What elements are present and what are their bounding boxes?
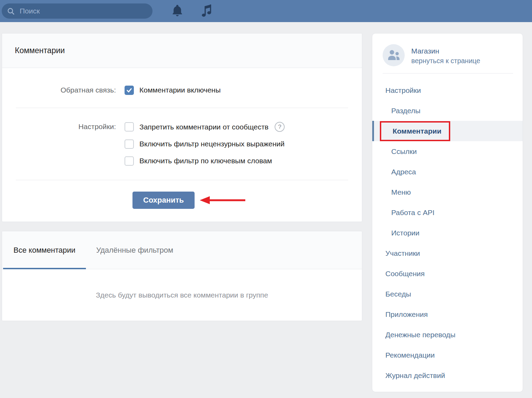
sidebar-item-stories[interactable]: Истории xyxy=(372,223,523,243)
sidebar-item-label: Участники xyxy=(385,249,420,258)
sidebar-item-api[interactable]: Работа с API xyxy=(372,202,523,223)
community-name[interactable]: Магазин xyxy=(411,46,480,56)
sidebar-item-label: Настройки xyxy=(385,86,421,95)
sidebar-item-addresses[interactable]: Адреса xyxy=(372,162,523,182)
comments-enabled-checkbox[interactable] xyxy=(125,86,134,95)
sidebar-item-chats[interactable]: Беседы xyxy=(372,284,523,304)
divider xyxy=(16,108,348,108)
sidebar-item-messages[interactable]: Сообщения xyxy=(372,263,523,284)
sidebar-item-label: Работа с API xyxy=(391,208,434,217)
sidebar-item-label: Комментарии xyxy=(393,127,441,135)
main-column: Комментарии Обратная связь: Комментарии … xyxy=(2,33,362,321)
music-button[interactable] xyxy=(201,4,212,18)
sidebar-item-label: Меню xyxy=(391,188,411,196)
sidebar-item-label: Беседы xyxy=(385,290,411,298)
feedback-row: Обратная связь: Комментарии включены xyxy=(2,85,362,95)
sidebar-menu: НастройкиРазделыКомментарииСсылкиАдресаМ… xyxy=(372,80,523,386)
music-note-icon xyxy=(201,4,212,18)
comments-enabled-label[interactable]: Комментарии включены xyxy=(139,85,221,95)
sidebar-item-members[interactable]: Участники xyxy=(372,243,523,263)
checkmark-icon xyxy=(126,87,132,94)
sidebar-item-money-transfers[interactable]: Денежные переводы xyxy=(372,324,523,345)
sidebar-item-label: Рекомендации xyxy=(385,351,435,359)
settings-option-row[interactable]: Включить фильтр по ключевым словам xyxy=(125,156,285,166)
comments-settings-card: Комментарии Обратная связь: Комментарии … xyxy=(2,33,362,222)
option-label[interactable]: Включить фильтр по ключевым словам xyxy=(139,156,272,166)
sidebar: Магазин вернуться к странице НастройкиРа… xyxy=(372,33,523,392)
annotation-red-box: Комментарии xyxy=(380,121,450,141)
option-checkbox[interactable] xyxy=(125,122,134,132)
sidebar-item-label: Денежные переводы xyxy=(385,331,455,339)
red-arrow-icon xyxy=(200,195,245,205)
feedback-checkbox-row[interactable]: Комментарии включены xyxy=(125,85,221,95)
page-title: Комментарии xyxy=(15,46,65,55)
save-row: Сохранить xyxy=(132,192,362,209)
community-info: Магазин вернуться к странице xyxy=(411,44,480,66)
sidebar-item-sections[interactable]: Разделы xyxy=(372,100,523,121)
sidebar-item-label: Адреса xyxy=(391,168,416,176)
settings-option-row[interactable]: Включить фильтр нецензурных выражений xyxy=(125,139,285,149)
tab-all-comments[interactable]: Все комментарии xyxy=(3,231,86,269)
option-label[interactable]: Включить фильтр нецензурных выражений xyxy=(139,139,285,149)
notifications-button[interactable] xyxy=(172,4,183,18)
sidebar-item-action-log[interactable]: Журнал действий xyxy=(372,365,523,386)
feedback-label: Обратная связь: xyxy=(2,85,125,95)
option-label[interactable]: Запретить комментарии от сообществ xyxy=(139,122,268,132)
divider xyxy=(16,180,348,180)
topbar xyxy=(0,0,532,22)
sidebar-item-label: Журнал действий xyxy=(385,371,445,380)
search-input[interactable] xyxy=(19,7,147,16)
sidebar-item-settings[interactable]: Настройки xyxy=(372,80,523,100)
settings-label: Настройки: xyxy=(2,122,125,132)
community-profile: Магазин вернуться к странице xyxy=(372,44,523,66)
sidebar-item-apps[interactable]: Приложения xyxy=(372,304,523,324)
comments-empty-state: Здесь будут выводиться все комментарии в… xyxy=(2,269,362,321)
sidebar-item-links[interactable]: Ссылки xyxy=(372,141,523,162)
settings-option-row[interactable]: Запретить комментарии от сообществ? xyxy=(125,122,285,132)
empty-state-text: Здесь будут выводиться все комментарии в… xyxy=(96,291,268,299)
option-checkbox[interactable] xyxy=(125,156,134,166)
card-header: Комментарии xyxy=(2,33,362,68)
group-people-icon xyxy=(387,49,401,61)
back-to-page-link[interactable]: вернуться к странице xyxy=(411,56,480,66)
tab-deleted-by-filter[interactable]: Удалённые фильтром xyxy=(86,231,184,269)
sidebar-item-label: Истории xyxy=(391,229,420,237)
sidebar-item-label: Ссылки xyxy=(391,147,417,156)
sidebar-item-label: Сообщения xyxy=(385,270,425,278)
sidebar-item-menu[interactable]: Меню xyxy=(372,182,523,202)
comments-list-card: Все комментарииУдалённые фильтром Здесь … xyxy=(2,231,362,321)
annotation-arrow xyxy=(200,195,245,205)
comments-tabbar: Все комментарииУдалённые фильтром xyxy=(2,231,362,269)
save-button[interactable]: Сохранить xyxy=(132,192,195,209)
sidebar-item-label: Приложения xyxy=(385,310,428,319)
option-checkbox[interactable] xyxy=(125,139,134,149)
sidebar-item-label: Разделы xyxy=(391,107,421,115)
sidebar-item-comments[interactable]: Комментарии xyxy=(372,121,523,141)
settings-row: Настройки: Запретить комментарии от сооб… xyxy=(2,122,362,166)
search-icon xyxy=(7,8,14,15)
settings-options: Запретить комментарии от сообществ?Включ… xyxy=(125,122,285,166)
search-pill[interactable] xyxy=(2,3,152,19)
community-avatar[interactable] xyxy=(383,44,405,66)
bell-icon xyxy=(172,4,183,18)
divider xyxy=(383,73,513,74)
sidebar-item-recommendations[interactable]: Рекомендации xyxy=(372,345,523,365)
page-content: Комментарии Обратная связь: Комментарии … xyxy=(0,22,532,392)
help-icon[interactable]: ? xyxy=(275,122,285,132)
